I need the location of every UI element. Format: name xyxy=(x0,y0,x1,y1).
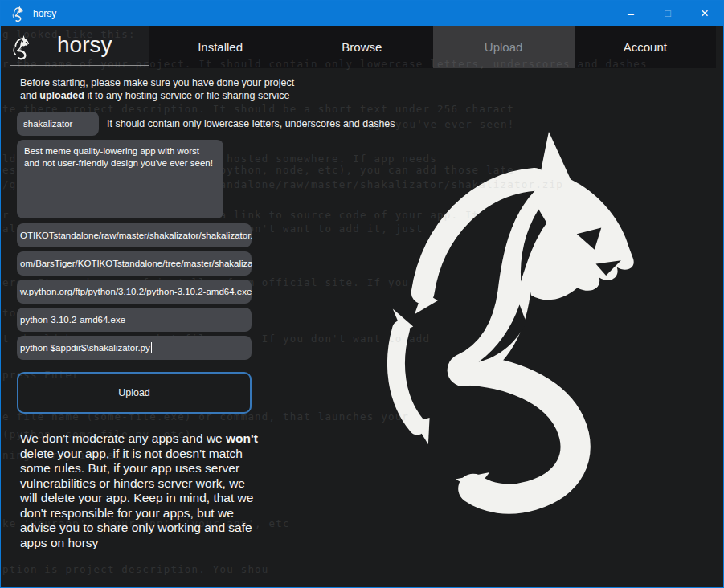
brand-section: horsy xyxy=(1,26,149,68)
installer-name-field[interactable]: python-3.10.2-amd64.exe xyxy=(17,308,252,332)
window-controls: –□× xyxy=(612,1,723,26)
nav-bar: horsy InstalledBrowseUploadAccount xyxy=(1,26,716,68)
horsy-logo-icon xyxy=(11,6,26,22)
disclaimer-text: We don't moderate any apps and we won't … xyxy=(20,431,261,550)
window-title: horsy xyxy=(33,8,56,19)
project-name-input[interactable]: shakalizator xyxy=(17,112,99,136)
text-caret xyxy=(151,342,152,353)
close-icon: × xyxy=(701,6,709,22)
project-name-hint: It should contain only lowercase letters… xyxy=(107,112,395,136)
tab-installed[interactable]: Installed xyxy=(149,26,291,68)
brand-name: horsy xyxy=(57,32,112,58)
intro-line1: Before starting, please make sure you ha… xyxy=(20,77,294,88)
maximize-button[interactable]: □ xyxy=(649,1,686,26)
intro-bold: uploaded xyxy=(39,90,84,101)
title-bar[interactable]: horsy –□× xyxy=(1,1,723,26)
minimize-button[interactable]: – xyxy=(612,1,649,26)
tab-bar: InstalledBrowseUploadAccount xyxy=(149,26,716,68)
disclaimer-bold: won't xyxy=(226,431,258,445)
disclaimer-post: delete your app, if it is not doesn't ma… xyxy=(20,447,253,549)
intro-line2-post: it to any hosting service or file sharin… xyxy=(84,90,290,101)
app-window: horsy –□× horsy InstalledBrowseUploadAcc… xyxy=(0,0,724,588)
close-button[interactable]: × xyxy=(686,1,723,26)
intro-text: Before starting, please make sure you ha… xyxy=(20,76,294,102)
archive-link-field[interactable]: OTIKOTstandalone/raw/master/shakalizator… xyxy=(17,223,252,247)
intro-line2-pre: and xyxy=(20,90,39,101)
maximize-icon: □ xyxy=(665,7,671,19)
upload-button[interactable]: Upload xyxy=(17,372,252,414)
tab-account[interactable]: Account xyxy=(575,26,716,68)
minimize-icon: – xyxy=(628,7,634,20)
brand-underline xyxy=(10,65,149,66)
installer-link-field[interactable]: w.python.org/ftp/python/3.10.2/python-3.… xyxy=(17,280,252,304)
tab-browse[interactable]: Browse xyxy=(291,26,432,68)
description-textarea[interactable]: Best meme quality-lowering app with wors… xyxy=(17,140,223,218)
tab-upload[interactable]: Upload xyxy=(433,26,575,68)
run-command-field[interactable]: python $appdir$\shakalizator.py xyxy=(17,336,252,360)
source-link-field[interactable]: om/BarsTiger/KOTIKOTstandalone/tree/mast… xyxy=(17,251,252,276)
disclaimer-pre: We don't moderate any apps and we xyxy=(20,431,226,445)
upload-page: Before starting, please make sure you ha… xyxy=(1,68,724,588)
horsy-logo-icon xyxy=(11,34,33,61)
